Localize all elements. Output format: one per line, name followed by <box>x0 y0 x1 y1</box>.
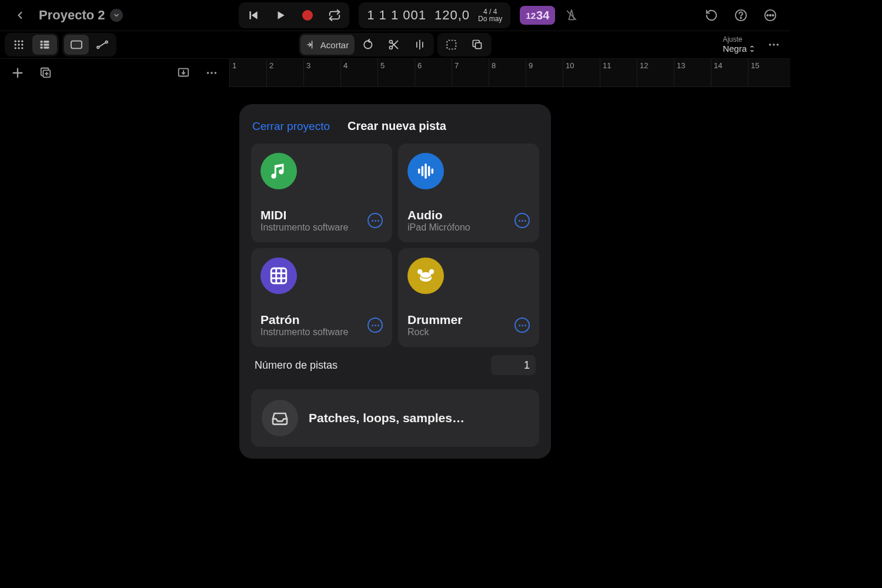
beat-display-pill[interactable]: 1234 <box>520 6 555 25</box>
svg-point-7 <box>767 15 768 16</box>
inbox-icon <box>262 400 298 436</box>
scissors-tool-button[interactable] <box>382 35 406 55</box>
svg-point-14 <box>18 44 19 45</box>
card-subtitle: Rock <box>407 327 462 338</box>
snap-setting[interactable]: Ajuste Negra <box>723 35 755 54</box>
trim-tool-button[interactable]: Acortar <box>300 35 355 55</box>
region-view-button[interactable] <box>64 35 89 55</box>
card-subtitle: Instrumento software <box>260 222 348 233</box>
track-type-card-pattern[interactable]: PatrónInstrumento software <box>251 248 392 347</box>
more-menu-button[interactable] <box>759 4 782 27</box>
drummer-icon <box>407 258 444 294</box>
svg-rect-25 <box>71 41 82 49</box>
ruler-tick: 14 <box>711 59 722 86</box>
svg-rect-22 <box>44 44 49 45</box>
import-button[interactable] <box>172 61 195 85</box>
add-track-button[interactable] <box>6 61 29 85</box>
track-count-label: Número de pistas <box>255 359 338 372</box>
help-button[interactable] <box>729 4 753 27</box>
svg-point-10 <box>15 41 16 42</box>
svg-point-42 <box>773 44 775 46</box>
cycle-button[interactable] <box>321 4 348 27</box>
ruler-tick: 13 <box>674 59 685 86</box>
pattern-icon <box>260 258 297 294</box>
svg-point-51 <box>207 72 209 74</box>
svg-rect-39 <box>447 41 456 49</box>
svg-point-5 <box>740 18 741 19</box>
record-button[interactable] <box>294 4 321 27</box>
new-track-modal: Cerrar proyecto Crear nueva pista MIDIIn… <box>239 104 551 459</box>
svg-point-18 <box>21 47 23 49</box>
close-project-button[interactable]: Cerrar proyecto <box>252 120 330 133</box>
svg-rect-23 <box>41 46 43 48</box>
card-subtitle: iPad Micrófono <box>407 222 470 233</box>
toolbar-more-button[interactable] <box>762 33 786 56</box>
ruler-tick: 5 <box>377 59 385 86</box>
ruler-tick: 7 <box>452 59 459 86</box>
track-type-card-drummer[interactable]: DrummerRock <box>398 248 539 347</box>
play-button[interactable] <box>267 4 294 27</box>
browser-row[interactable]: Patches, loops, samples… <box>251 389 539 447</box>
card-title: Patrón <box>260 313 348 327</box>
svg-rect-19 <box>41 41 43 42</box>
card-title: MIDI <box>260 208 348 222</box>
track-count-field[interactable]: 1 <box>491 355 536 375</box>
card-subtitle: Instrumento software <box>260 327 348 338</box>
copy-tool-button[interactable] <box>465 35 490 55</box>
lcd-tempo: 120,0 <box>435 8 470 23</box>
track-type-card-audio[interactable]: AudioiPad Micrófono <box>398 143 539 242</box>
chevron-down-icon <box>110 9 123 22</box>
ruler-tick: 6 <box>415 59 422 86</box>
svg-point-11 <box>18 41 19 42</box>
project-title-wrap[interactable]: Proyecto 2 <box>39 8 123 23</box>
svg-point-9 <box>772 15 773 16</box>
card-more-button[interactable] <box>368 213 383 228</box>
svg-rect-59 <box>271 268 286 283</box>
transport-controls <box>239 2 349 28</box>
browser-label: Patches, loops, samples… <box>309 411 465 425</box>
svg-point-12 <box>21 41 23 42</box>
split-tool-button[interactable] <box>407 35 432 55</box>
lcd-display[interactable]: 1 1 1 001 120,0 4 / 4 Do may <box>359 2 510 28</box>
ruler-tick: 9 <box>526 59 533 86</box>
svg-point-13 <box>15 44 16 45</box>
card-more-button[interactable] <box>514 213 530 228</box>
marquee-tool-button[interactable] <box>439 35 464 55</box>
ruler-tick: 2 <box>266 59 273 86</box>
region-mode-segment <box>62 33 116 56</box>
track-type-card-midi[interactable]: MIDIInstrumento software <box>251 143 392 242</box>
svg-line-3 <box>567 11 576 20</box>
track-header-more-button[interactable] <box>200 61 223 85</box>
automation-view-button[interactable] <box>90 35 115 55</box>
ruler-tick: 8 <box>489 59 496 86</box>
svg-point-15 <box>21 44 23 45</box>
svg-marker-1 <box>252 11 258 19</box>
midi-icon <box>260 153 297 189</box>
card-more-button[interactable] <box>514 318 530 333</box>
svg-rect-40 <box>476 43 482 49</box>
modal-title: Crear nueva pista <box>348 119 446 133</box>
duplicate-track-button[interactable] <box>34 61 58 85</box>
svg-point-31 <box>365 41 372 48</box>
card-title: Audio <box>407 208 470 222</box>
snap-value: Negra <box>723 44 747 54</box>
ruler-tick: 3 <box>303 59 310 86</box>
svg-rect-24 <box>44 46 49 48</box>
ruler-tick: 11 <box>600 59 611 86</box>
svg-point-16 <box>15 47 16 49</box>
card-more-button[interactable] <box>368 318 383 333</box>
svg-point-43 <box>777 44 779 46</box>
loop-tool-button[interactable] <box>356 35 380 55</box>
ruler-tick: 4 <box>340 59 348 86</box>
grid-view-button[interactable] <box>6 35 31 55</box>
track-view-button[interactable] <box>32 35 57 55</box>
undo-button[interactable] <box>700 4 723 27</box>
metronome-button[interactable] <box>560 4 583 27</box>
project-title: Proyecto 2 <box>39 8 105 23</box>
timeline-ruler[interactable]: 123456789101112131415 <box>229 59 790 87</box>
svg-point-8 <box>770 15 771 16</box>
back-button[interactable] <box>8 4 32 27</box>
go-to-start-button[interactable] <box>240 4 267 27</box>
audio-icon <box>407 153 444 189</box>
svg-line-28 <box>99 42 106 46</box>
